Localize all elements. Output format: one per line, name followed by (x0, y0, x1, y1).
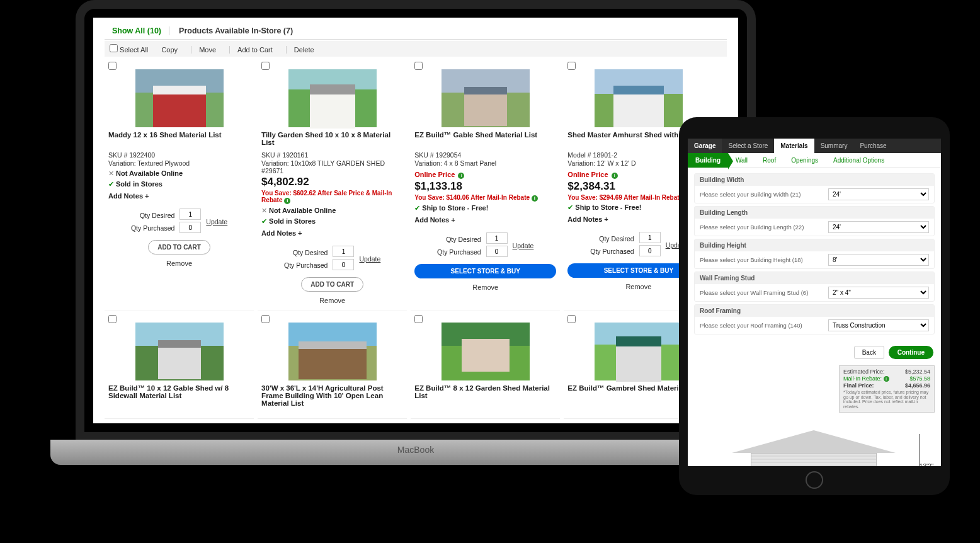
product-thumbnail[interactable] (288, 69, 377, 127)
field-select[interactable]: 24' (828, 221, 929, 233)
qty-purchased-input[interactable] (639, 245, 661, 256)
sub-tabbar: Building Wall Roof Openings Additional O… (688, 153, 941, 168)
remove-link[interactable]: Remove (261, 297, 403, 304)
tab-materials[interactable]: Materials (774, 139, 814, 153)
field-building-height: Building Height Please select your Build… (694, 239, 935, 269)
product-title[interactable]: EZ Build™ 8 x 12 Garden Shed Material Li… (414, 384, 556, 399)
qty-desired-label: Qty Desired (131, 209, 174, 222)
qty-purchased-input[interactable] (486, 246, 508, 257)
product-title[interactable]: Maddy 12 x 16 Shed Material List (108, 131, 250, 146)
tab-summary[interactable]: Summary (814, 139, 854, 153)
add-to-cart-button[interactable]: ADD TO CART (301, 277, 363, 292)
product-title[interactable]: EZ Build™ 10 x 12 Gable Shed w/ 8 Sidewa… (108, 384, 250, 399)
qty-purchased-input[interactable] (179, 222, 201, 233)
info-icon[interactable]: i (612, 173, 618, 179)
select-store-button[interactable]: SELECT STORE & BUY (414, 264, 556, 278)
product-thumbnail[interactable] (442, 323, 530, 380)
update-link[interactable]: Update (206, 218, 227, 226)
product-select-checkbox[interactable] (261, 315, 270, 323)
subtab-building[interactable]: Building (688, 153, 728, 168)
toolbar-move[interactable]: Move (191, 46, 216, 54)
field-select[interactable]: Truss Construction (828, 319, 929, 331)
product-select-checkbox[interactable] (261, 62, 270, 70)
select-all-label: Select All (120, 46, 148, 54)
qty-purchased-input[interactable] (333, 259, 354, 270)
qty-block: Qty DesiredQty Purchased Update (414, 232, 556, 259)
back-button[interactable]: Back (854, 346, 884, 359)
tab-garage[interactable]: Garage (688, 139, 722, 153)
product-select-checkbox[interactable] (414, 315, 423, 323)
info-icon[interactable]: i (284, 198, 290, 204)
tablet-device: Garage Select a Store Materials Summary … (679, 117, 950, 495)
field-header: Building Height (695, 239, 934, 251)
product-thumbnail[interactable] (595, 69, 683, 127)
add-notes-link[interactable]: Add Notes+ (108, 192, 250, 200)
add-to-cart-button[interactable]: ADD TO CART (148, 240, 210, 254)
subtab-openings[interactable]: Openings (783, 153, 826, 168)
product-select-checkbox[interactable] (567, 315, 576, 323)
product-thumbnail[interactable] (595, 323, 683, 380)
tab-select-store[interactable]: Select a Store (722, 139, 774, 153)
tablet-home-button[interactable] (806, 471, 823, 489)
remove-link[interactable]: Remove (108, 260, 250, 267)
product-thumbnail[interactable] (135, 69, 224, 127)
add-notes-link[interactable]: Add Notes+ (414, 216, 556, 224)
laptop-screen: Show All (10) Products Available In-Stor… (76, 0, 756, 441)
info-icon[interactable]: i (458, 173, 464, 179)
product-select-checkbox[interactable] (414, 62, 423, 70)
update-link[interactable]: Update (359, 255, 380, 263)
product-thumbnail[interactable] (442, 69, 530, 127)
subtab-roof[interactable]: Roof (755, 153, 783, 168)
filter-in-store[interactable]: Products Available In-Store (7) (171, 26, 300, 35)
product-sku: SKU # 1922400 (108, 151, 250, 159)
qty-desired-input[interactable] (486, 232, 508, 244)
subtab-additional[interactable]: Additional Options (826, 153, 892, 168)
select-all-box[interactable] (110, 44, 118, 52)
filter-show-all[interactable]: Show All (10) (105, 26, 169, 35)
info-icon[interactable]: i (884, 376, 889, 382)
filter-bar: Show All (10) Products Available In-Stor… (105, 25, 727, 40)
qty-desired-input[interactable] (639, 232, 661, 243)
field-header: Roof Framing (695, 305, 934, 317)
product-title[interactable]: 30'W x 36'L x 14'H Agricultural Post Fra… (261, 384, 403, 407)
stock-not-available: ✕Not Available Online (261, 207, 403, 215)
toolbar-add-to-cart[interactable]: Add to Cart (229, 46, 273, 54)
product-price: $1,133.18 (414, 180, 556, 193)
form-area: Building Width Please select your Buildi… (688, 168, 941, 342)
online-price-label: Online Price i (414, 171, 556, 179)
product-thumbnail[interactable] (135, 323, 224, 380)
select-all-checkbox[interactable]: Select All (110, 46, 148, 54)
x-icon: ✕ (108, 169, 114, 177)
product-title[interactable]: Tilly Garden Shed 10 x 10 x 8 Material L… (261, 131, 403, 146)
toolbar-copy[interactable]: Copy (161, 46, 178, 54)
update-link[interactable]: Update (513, 242, 534, 249)
list-toolbar: Select All Copy Move Add to Cart Delete (105, 41, 727, 57)
field-label: Please select your Roof Framing (140) (700, 322, 802, 329)
continue-button[interactable]: Continue (889, 346, 933, 359)
nav-row: Back Continue (688, 342, 941, 363)
field-label: Please select your Wall Framing Stud (6) (700, 289, 808, 296)
info-icon[interactable]: i (532, 195, 538, 202)
check-icon: ✔ (261, 217, 267, 225)
product-select-checkbox[interactable] (108, 62, 117, 70)
remove-link[interactable]: Remove (414, 283, 556, 291)
qty-desired-input[interactable] (333, 246, 354, 257)
qty-desired-input[interactable] (179, 209, 201, 220)
plus-icon: + (451, 216, 455, 224)
product-select-checkbox[interactable] (567, 62, 576, 70)
field-header: Wall Framing Stud (695, 272, 934, 284)
qty-purchased-label: Qty Purchased (131, 222, 174, 234)
product-title[interactable]: EZ Build™ Gable Shed Material List (414, 131, 556, 146)
estimated-price-value: $5,232.54 (905, 369, 930, 375)
tab-purchase[interactable]: Purchase (853, 139, 892, 153)
dimension-line-icon (919, 434, 920, 466)
product-select-checkbox[interactable] (108, 315, 117, 323)
field-select[interactable]: 2" x 4" (828, 287, 929, 299)
add-notes-link[interactable]: Add Notes+ (261, 229, 403, 237)
toolbar-delete[interactable]: Delete (286, 46, 314, 54)
field-select[interactable]: 24' (828, 188, 929, 200)
product-thumbnail[interactable] (288, 323, 377, 380)
field-select[interactable]: 8' (828, 254, 929, 266)
garage-roof-icon (732, 430, 896, 453)
check-icon: ✔ (108, 180, 114, 188)
